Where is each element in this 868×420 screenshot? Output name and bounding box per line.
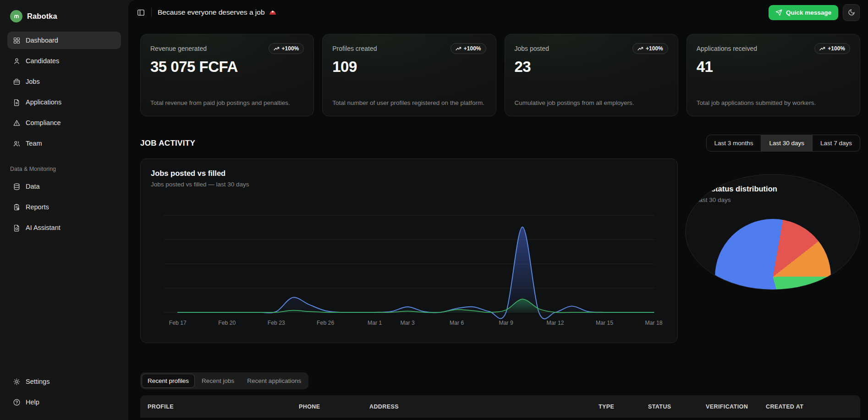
stat-trend-value: +100% <box>646 45 663 52</box>
tab-recent-profiles[interactable]: Recent profiles <box>142 374 195 388</box>
column-header-type: TYPE <box>599 404 648 410</box>
trending-up-icon <box>819 47 825 51</box>
dark-mode-toggle-button[interactable] <box>843 4 860 21</box>
sidebar-item-label: Dashboard <box>26 37 58 44</box>
x-tick-label: Mar 15 <box>596 320 613 326</box>
column-header-profile: PROFILE <box>140 404 299 410</box>
sidebar-nav-data: DataReportsAI Assistant <box>7 178 121 236</box>
stat-card-top: Jobs posted+100% <box>515 43 668 54</box>
stat-label: Applications received <box>697 45 757 52</box>
stat-trend-badge: +100% <box>632 43 668 54</box>
pie-chart-subtitle: Last 30 days <box>696 196 850 203</box>
clipboard-icon <box>13 203 21 211</box>
file-ai-icon <box>13 224 21 232</box>
x-tick-label: Feb 23 <box>268 320 285 326</box>
sidebar-item-ai-assistant[interactable]: AI Assistant <box>7 219 121 236</box>
trending-up-icon <box>637 47 643 51</box>
sidebar-item-label: Compliance <box>26 119 61 126</box>
sidebar-item-label: Jobs <box>26 78 40 85</box>
column-header-verification: VERIFICATION <box>706 404 766 410</box>
sidebar-item-applications[interactable]: Applications <box>7 93 121 111</box>
date-range-filter: Last 3 monthsLast 30 daysLast 7 days <box>706 135 860 152</box>
quick-message-button[interactable]: Quick message <box>769 5 838 20</box>
stat-card-top: Profiles created+100% <box>332 43 486 54</box>
gear-icon <box>13 378 21 386</box>
stat-description: Total number of user profiles registered… <box>332 91 486 107</box>
database-icon <box>13 183 21 191</box>
stat-value: 23 <box>515 58 668 76</box>
trending-up-icon <box>456 47 461 51</box>
stat-card-jobs-posted: Jobs posted+100%23Cumulative job posting… <box>505 34 678 116</box>
sidebar-item-data[interactable]: Data <box>7 178 121 195</box>
job-activity-header: JOB ACTIVITY Last 3 monthsLast 30 daysLa… <box>140 135 860 152</box>
panel-left-icon <box>137 8 145 17</box>
jobs-posted-vs-filled-card: Jobs posted vs filled Jobs posted vs fil… <box>140 158 678 343</box>
stat-value: 41 <box>697 58 850 76</box>
sidebar-item-reports[interactable]: Reports <box>7 198 121 216</box>
x-tick-label: Feb 20 <box>218 320 236 326</box>
stat-description: Total revenue from paid job postings and… <box>150 91 304 107</box>
sidebar-toggle-button[interactable] <box>137 8 145 17</box>
sidebar-item-label: Applications <box>26 98 61 106</box>
dashboard-content: Revenue generated+100%35 075 FCFATotal r… <box>128 25 868 420</box>
main-panel: Because everyone deserves a job Quick me… <box>128 0 868 420</box>
stat-trend-badge: +100% <box>814 43 850 54</box>
sidebar-item-candidates[interactable]: Candidates <box>7 52 121 70</box>
tab-recent-jobs[interactable]: Recent jobs <box>196 374 240 388</box>
table-header-row: PROFILEPHONEADDRESSTYPESTATUSVERIFICATIO… <box>140 395 860 418</box>
quick-message-label: Quick message <box>786 9 831 16</box>
x-tick-label: Mar 9 <box>499 320 513 326</box>
sidebar-item-compliance[interactable]: Compliance <box>7 114 121 131</box>
stat-value: 109 <box>332 58 486 76</box>
filter-last-7-days[interactable]: Last 7 days <box>812 135 860 151</box>
stat-label: Profiles created <box>332 45 377 52</box>
recent-profiles-table: PROFILEPHONEADDRESSTYPESTATUSVERIFICATIO… <box>140 395 860 420</box>
app-tagline: Because everyone deserves a job <box>158 8 277 16</box>
sidebar: Rabotka DashboardCandidatesJobsApplicati… <box>0 0 128 420</box>
tab-recent-applications[interactable]: Recent applications <box>241 374 307 388</box>
line-chart-subtitle: Jobs posted vs filled — last 30 days <box>151 181 667 188</box>
sidebar-item-team[interactable]: Team <box>7 135 121 152</box>
sidebar-item-label: Reports <box>26 203 49 211</box>
sidebar-item-label: Help <box>26 398 39 406</box>
table-row[interactable]: Jean Mabiala <box>140 418 860 420</box>
moon-icon <box>848 9 855 16</box>
charts-row: Jobs posted vs filled Jobs posted vs fil… <box>140 158 860 343</box>
sidebar-item-help[interactable]: Help <box>7 393 121 411</box>
filter-last-30-days[interactable]: Last 30 days <box>761 135 812 151</box>
area-jobs-posted <box>178 227 654 319</box>
job-activity-title: JOB ACTIVITY <box>140 139 195 148</box>
stat-trend-value: +100% <box>282 45 299 52</box>
sidebar-item-label: Settings <box>26 378 49 385</box>
job-status-distribution-card: Job status distribution Last 30 days <box>685 174 860 290</box>
recent-tabs: Recent profilesRecent jobsRecent applica… <box>140 372 308 389</box>
x-tick-label: Feb 17 <box>169 320 187 326</box>
grid-icon <box>13 37 21 44</box>
filter-last-3-months[interactable]: Last 3 months <box>707 135 761 151</box>
stat-trend-value: +100% <box>828 45 845 52</box>
briefcase-icon <box>13 78 21 86</box>
topbar-actions: Quick message <box>769 4 860 21</box>
file-icon <box>13 98 21 106</box>
sidebar-item-dashboard[interactable]: Dashboard <box>7 32 121 49</box>
help-circle-icon <box>13 398 21 406</box>
pie-chart-title: Job status distribution <box>696 185 850 193</box>
column-header-status: STATUS <box>648 404 706 410</box>
sidebar-item-label: AI Assistant <box>26 224 60 231</box>
stat-card-profiles-created: Profiles created+100%109Total number of … <box>322 34 496 116</box>
rabotka-logo-icon <box>10 10 22 22</box>
sidebar-item-settings[interactable]: Settings <box>7 373 121 390</box>
topbar: Because everyone deserves a job Quick me… <box>128 0 868 25</box>
stat-description: Total job applications submitted by work… <box>697 91 850 107</box>
sidebar-item-label: Data <box>26 183 40 190</box>
column-header-address: ADDRESS <box>369 404 599 410</box>
column-header-created-at: CREATED AT <box>766 404 860 410</box>
line-chart-title: Jobs posted vs filled <box>151 169 667 178</box>
jobs-line-chart: Feb 17Feb 20Feb 23Feb 26Mar 1Mar 3Mar 6M… <box>151 198 667 329</box>
sidebar-item-jobs[interactable]: Jobs <box>7 73 121 90</box>
stat-card-top: Revenue generated+100% <box>150 43 304 54</box>
line-jobs-posted <box>178 227 654 319</box>
x-tick-label: Mar 12 <box>547 320 564 326</box>
stat-card-revenue-generated: Revenue generated+100%35 075 FCFATotal r… <box>140 34 314 116</box>
sidebar-section-label: Data & Monitoring <box>10 166 118 172</box>
